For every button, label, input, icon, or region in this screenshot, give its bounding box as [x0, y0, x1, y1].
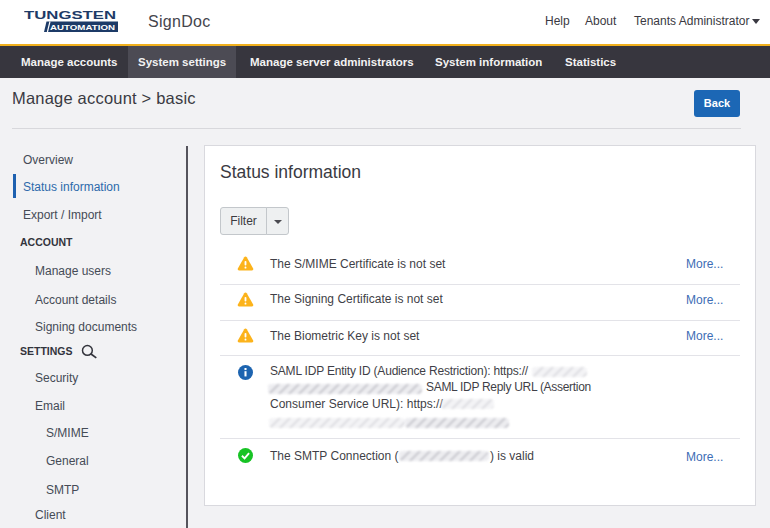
svg-text:AUTOMATION: AUTOMATION [50, 23, 115, 32]
svg-text:TUNGSTEN: TUNGSTEN [24, 9, 116, 21]
